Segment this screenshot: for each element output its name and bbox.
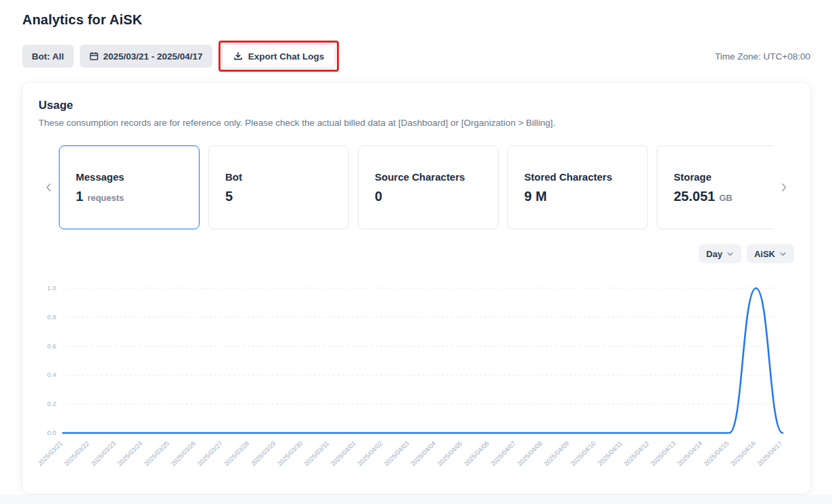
x-axis-tick-label: 2025/04/02 xyxy=(356,440,384,467)
granularity-dropdown-value: Day xyxy=(706,249,722,259)
x-axis-tick-label: 2025/04/10 xyxy=(569,440,597,467)
metric-value: 9 M xyxy=(524,189,547,204)
metric-unit: GB xyxy=(719,193,733,203)
metric-card-bot[interactable]: Bot5 xyxy=(208,145,349,229)
x-axis-tick-label: 2025/04/07 xyxy=(489,440,517,467)
carousel-viewport: Messages1requestsBot5Source Characters0S… xyxy=(59,145,774,229)
metric-label: Messages xyxy=(76,171,185,183)
metric-unit: requests xyxy=(87,193,124,203)
x-axis-tick-label: 2025/03/28 xyxy=(223,440,250,467)
chevron-right-icon xyxy=(779,182,789,193)
x-axis-tick-label: 2025/03/25 xyxy=(143,440,170,467)
page-title: Analytics for AiSK xyxy=(22,12,810,28)
metric-label: Source Characters xyxy=(375,171,484,183)
bot-select-dropdown[interactable]: AiSK xyxy=(747,244,794,263)
usage-section-title: Usage xyxy=(39,99,794,112)
x-axis-tick-label: 2025/04/16 xyxy=(729,440,757,467)
x-axis-tick-label: 2025/04/15 xyxy=(702,440,730,467)
bot-select-dropdown-value: AiSK xyxy=(754,249,775,259)
x-axis-tick-label: 2025/03/22 xyxy=(62,440,90,467)
x-axis-tick-label: 2025/04/04 xyxy=(409,440,437,467)
calendar-icon xyxy=(89,51,99,61)
usage-disclaimer: These consumption records are for refere… xyxy=(39,118,794,128)
page-bottom-strip xyxy=(0,495,832,504)
x-axis-tick-label: 2025/04/12 xyxy=(622,440,650,467)
bot-filter-pill[interactable]: Bot: All xyxy=(22,45,74,68)
x-axis-tick-label: 2025/03/23 xyxy=(89,440,117,467)
metric-value-row: 1requests xyxy=(76,189,185,204)
metric-value-row: 9 M xyxy=(524,189,634,204)
data-series-line xyxy=(63,288,783,433)
x-axis-tick-label: 2025/03/30 xyxy=(276,440,304,467)
carousel-track: Messages1requestsBot5Source Characters0S… xyxy=(59,145,774,229)
date-range-label: 2025/03/21 - 2025/04/17 xyxy=(103,51,203,62)
x-axis-tick-label: 2025/04/14 xyxy=(676,440,703,467)
annotation-red-box: Export Chat Logs xyxy=(218,41,340,72)
metric-label: Stored Characters xyxy=(524,171,634,183)
chart-controls: Day AiSK xyxy=(39,244,794,263)
x-axis-tick-label: 2025/03/21 xyxy=(39,440,64,467)
y-axis-tick-label: 0.8 xyxy=(47,313,56,321)
metric-label: Storage xyxy=(674,171,774,183)
metric-value: 1 xyxy=(76,189,83,204)
x-axis-tick-label: 2025/03/24 xyxy=(116,440,143,467)
metric-value: 0 xyxy=(375,189,382,204)
x-axis-tick-label: 2025/04/13 xyxy=(649,440,676,467)
date-range-picker[interactable]: 2025/03/21 - 2025/04/17 xyxy=(80,45,212,68)
x-axis-tick-label: 2025/03/29 xyxy=(249,440,277,467)
time-zone-label: Time Zone: UTC+08:00 xyxy=(715,51,810,62)
x-axis-tick-label: 2025/04/01 xyxy=(329,440,356,467)
granularity-dropdown[interactable]: Day xyxy=(699,244,741,263)
carousel-prev-button[interactable] xyxy=(39,182,59,193)
export-chat-logs-button[interactable]: Export Chat Logs xyxy=(222,44,336,68)
metric-value-row: 25.051GB xyxy=(674,189,774,204)
metric-value: 25.051 xyxy=(674,189,715,204)
bot-filter-label: Bot: All xyxy=(32,51,64,62)
x-axis-tick-label: 2025/04/11 xyxy=(596,440,624,467)
chevron-down-icon xyxy=(726,250,734,258)
usage-line-chart: 0.00.20.40.60.81.02025/03/212025/03/2220… xyxy=(39,279,794,482)
metric-card-stored-characters[interactable]: Stored Characters9 M xyxy=(507,145,648,229)
x-axis-tick-label: 2025/04/08 xyxy=(515,440,543,467)
carousel-next-button[interactable] xyxy=(774,182,794,193)
line-chart-svg: 0.00.20.40.60.81.02025/03/212025/03/2220… xyxy=(39,279,794,480)
metric-card-source-characters[interactable]: Source Characters0 xyxy=(358,145,499,229)
x-axis-tick-label: 2025/03/26 xyxy=(169,440,197,467)
metrics-carousel: Messages1requestsBot5Source Characters0S… xyxy=(39,145,794,229)
y-axis-tick-label: 0.0 xyxy=(47,429,56,436)
x-axis-tick-label: 2025/03/31 xyxy=(302,440,330,467)
x-axis-tick-label: 2025/04/17 xyxy=(756,440,783,467)
filter-toolbar: Bot: All 2025/03/21 - 2025/04/17 xyxy=(22,43,810,70)
chevron-left-icon xyxy=(43,182,54,193)
x-axis-tick-label: 2025/04/05 xyxy=(436,440,463,467)
metric-card-messages[interactable]: Messages1requests xyxy=(59,145,200,229)
download-icon xyxy=(233,51,243,61)
metric-card-storage[interactable]: Storage25.051GB xyxy=(657,145,774,229)
metric-value: 5 xyxy=(225,189,233,204)
y-axis-tick-label: 0.4 xyxy=(47,371,56,378)
x-axis-tick-label: 2025/03/27 xyxy=(195,440,223,467)
metric-value-row: 5 xyxy=(225,189,335,204)
metric-label: Bot xyxy=(225,171,335,183)
x-axis-tick-label: 2025/04/09 xyxy=(542,440,570,467)
y-axis-tick-label: 0.6 xyxy=(47,342,56,350)
y-axis-tick-label: 0.2 xyxy=(47,400,56,407)
metric-value-row: 0 xyxy=(375,189,484,204)
x-axis-tick-label: 2025/04/03 xyxy=(382,440,410,467)
export-button-label: Export Chat Logs xyxy=(248,51,325,62)
chevron-down-icon xyxy=(779,250,787,258)
y-axis-tick-label: 1.0 xyxy=(47,284,56,292)
usage-card: Usage These consumption records are for … xyxy=(22,83,810,494)
x-axis-tick-label: 2025/04/06 xyxy=(463,440,490,467)
